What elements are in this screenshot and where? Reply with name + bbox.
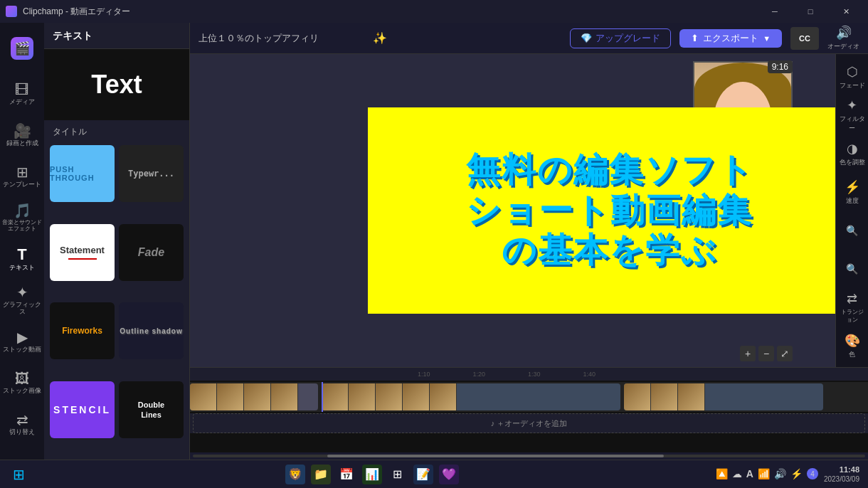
zoom-in-ctrl[interactable]: 🔍 (839, 213, 866, 248)
ruler-mark-2: 1:20 (473, 371, 486, 378)
sidebar-template-label: テンプレート (3, 181, 41, 189)
taskbar-excel[interactable]: 📊 (362, 465, 382, 484)
video-track[interactable] (190, 382, 868, 412)
magic-icon[interactable]: ✨ (373, 31, 387, 45)
color-adjust-control[interactable]: ◑ 色を調整 (839, 137, 866, 171)
template-icon: ⊞ (16, 165, 28, 179)
media-icon: 🎞 (15, 83, 29, 97)
upgrade-button[interactable]: 💎 アップグレード (570, 28, 671, 48)
upgrade-icon: 💎 (581, 33, 592, 43)
caption-button[interactable]: CC (790, 27, 819, 50)
scrollbar-thumb[interactable] (327, 455, 664, 457)
template-statement[interactable]: Statement (50, 224, 115, 281)
push-through-label: PUSH THROUGH (50, 165, 115, 182)
zoom-fit-button[interactable]: ⤢ (777, 346, 793, 361)
stock-image-icon: 🖼 (15, 371, 29, 386)
notification-num: 4 (807, 468, 818, 479)
sidebar-item-template[interactable]: ⊞ テンプレート (2, 157, 42, 196)
double-lines-label2: Lines (141, 410, 162, 419)
export-button[interactable]: ⬆ エクスポート ▼ (679, 29, 782, 48)
overlay-line-3: の基本を学ぶ (502, 232, 717, 270)
sidebar-text-label: テキスト (9, 265, 35, 272)
sidebar-item-music[interactable]: 🎵 音楽とサウンドエフェクト (2, 198, 42, 238)
sidebar-item-media[interactable]: 🎞 メディア (2, 74, 42, 114)
audio-add-button[interactable]: ♪ ＋オーディオを追加 (193, 413, 865, 433)
filter-control[interactable]: ✦ フィルター (839, 98, 866, 132)
zoom-out-button[interactable]: − (758, 346, 774, 361)
fade-icon: ⬡ (847, 64, 858, 80)
filter-icon: ✦ (847, 97, 857, 113)
audio-track[interactable]: ♪ ＋オーディオを追加 (190, 413, 868, 433)
start-icon: ⊞ (13, 466, 25, 483)
taskbar-grid[interactable]: ⊞ (388, 465, 408, 484)
sidebar-transition-label: 切り替え (9, 429, 35, 436)
taskbar-word[interactable]: 📝 (413, 465, 433, 484)
template-outline[interactable]: Outline shadow (119, 302, 184, 359)
sidebar-stock-video-label: ストック動画 (3, 346, 41, 354)
fade-control[interactable]: ⬡ フェード (839, 60, 866, 94)
color-ctrl[interactable]: 🎨 色 (839, 329, 866, 363)
section-label: タイトル (44, 120, 189, 141)
color-right-icon: 🎨 (845, 333, 860, 349)
video-clip-3[interactable] (624, 383, 823, 410)
text-preview: Text (44, 49, 189, 120)
taskbar-browser[interactable]: 🦁 (285, 465, 305, 484)
template-fade[interactable]: Fade (119, 224, 184, 281)
start-button[interactable]: ⊞ (9, 465, 28, 484)
minimize-button[interactable]: ─ (758, 0, 791, 23)
statement-label: Statement (60, 245, 105, 255)
template-typewriter[interactable]: Typewr... (119, 145, 184, 202)
template-push-through[interactable]: PUSH THROUGH (50, 145, 115, 202)
chevron-up-icon[interactable]: 🔼 (716, 468, 728, 479)
ruler-mark-3: 1:30 (528, 371, 541, 378)
top-toolbar: ✨ 💎 アップグレード ⬆ エクスポート ▼ CC 🔊 オーディオ (190, 23, 868, 54)
sidebar-item-record[interactable]: 🎥 録画と作成 (2, 115, 42, 155)
transition-ctrl[interactable]: ⇄ トランジョン (839, 290, 866, 324)
audio-icon: 🔊 (836, 25, 852, 41)
template-double-lines[interactable]: Double Lines (119, 381, 184, 438)
music-icon: 🎵 (14, 203, 31, 218)
excel-icon: 📊 (365, 467, 379, 481)
video-title-input[interactable] (199, 33, 364, 43)
clip-thumb-3 (244, 383, 271, 410)
export-icon: ⬆ (691, 33, 699, 43)
double-lines-label1: Double (138, 401, 164, 409)
maximize-button[interactable]: □ (794, 0, 827, 23)
speed-control[interactable]: ⚡ 速度 (839, 175, 866, 209)
close-button[interactable]: ✕ (830, 0, 862, 23)
track-area: ♪ ＋オーディオを追加 (190, 381, 868, 452)
video-clip-2[interactable] (322, 383, 620, 410)
taskbar-app6[interactable]: 💜 (439, 465, 459, 484)
sidebar-item-graphics[interactable]: ✦ グラフィックス (2, 280, 42, 320)
template-fireworks[interactable]: Fireworks (50, 302, 115, 359)
sidebar-item-text[interactable]: T テキスト (2, 239, 42, 279)
timeline-scrollbar[interactable] (190, 452, 868, 460)
aspect-ratio-text: 9:16 (768, 60, 793, 73)
sidebar-item-transition[interactable]: ⇄ 切り替え (2, 404, 42, 444)
grid-icon: ⊞ (393, 467, 402, 481)
template-grid: PUSH THROUGH Typewr... Statement Fade Fi… (44, 141, 189, 460)
template-stencil[interactable]: Stencil (50, 381, 115, 438)
zoom-out-ctrl[interactable]: 🔍 (839, 252, 866, 286)
audio-control[interactable]: 🔊 オーディオ (827, 25, 859, 51)
playhead[interactable] (322, 382, 323, 412)
zoom-controls: + − ⤢ (740, 346, 793, 361)
overlay-line-1: 無料の編集ソフト (466, 152, 753, 189)
scrollbar-track (193, 455, 865, 457)
taskbar-left: ⊞ (9, 465, 28, 484)
sidebar-item-stock-video[interactable]: ▶ ストック動画 (2, 322, 42, 361)
volume-icon[interactable]: 🔊 (774, 468, 786, 479)
taskbar-calendar[interactable]: 📅 (337, 465, 356, 484)
app-logo: 🎬 (2, 28, 42, 68)
window-controls[interactable]: ─ □ ✕ (758, 0, 862, 23)
title-bar-left: Clipchamp - 動画エディター (6, 6, 130, 18)
battery-icon: ⚡ (790, 468, 803, 479)
zoom-in-button[interactable]: + (740, 346, 756, 361)
taskbar: ⊞ 🦁 📁 📅 📊 ⊞ 📝 💜 🔼 ☁ A 📶 🔊 (0, 460, 868, 488)
taskbar-files[interactable]: 📁 (311, 465, 331, 484)
sidebar-media-label: メディア (9, 99, 35, 106)
sidebar-item-stock-image[interactable]: 🖼 ストック画像 (2, 363, 42, 403)
text-overlay[interactable]: 無料の編集ソフト ショート動画編集 の基本を学ぶ (368, 107, 836, 314)
video-clip-1[interactable] (190, 383, 318, 410)
fade-label: Fade (138, 246, 164, 259)
